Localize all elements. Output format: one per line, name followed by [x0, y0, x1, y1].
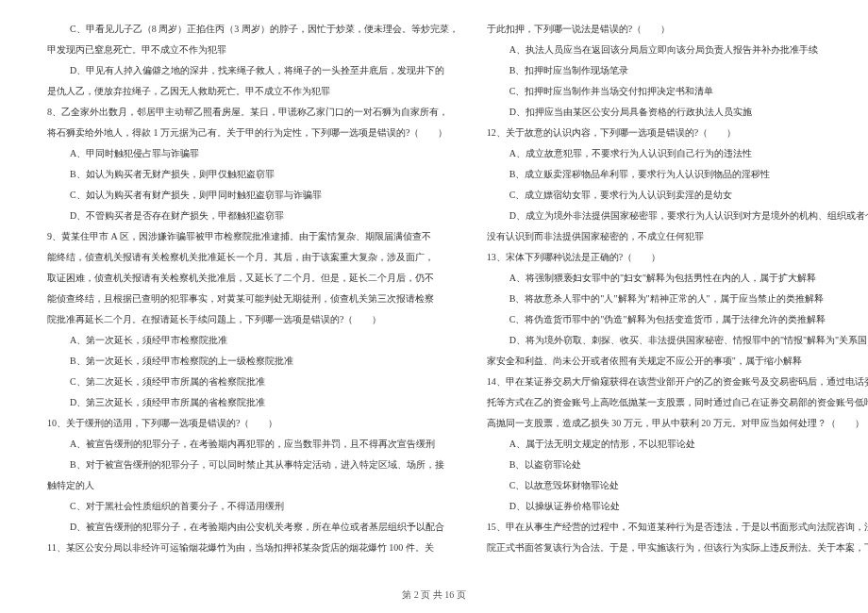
- text-line: A、执法人员应当在返回该分局后立即向该分局负责人报告并补办批准手续: [487, 40, 868, 60]
- text-line: 没有认识到而非法提供国家秘密的，不成立任何犯罪: [487, 226, 868, 247]
- left-column: C、甲看见儿子乙（8 周岁）正掐住丙（3 周岁）的脖子，因忙于炒菜，便未理会。等…: [47, 19, 459, 585]
- text-line: C、以故意毁坏财物罪论处: [487, 475, 868, 496]
- text-line: D、第三次延长，须经甲市所属的省检察院批准: [47, 392, 459, 413]
- text-line: D、甲见有人掉入偏僻之地的深井，找来绳子救人，将绳子的一头拴至井底后，发现井下的: [47, 60, 459, 81]
- text-line: 将石狮卖给外地人，得款 1 万元据为己有。关于甲的行为定性，下列哪一选项是错误的…: [47, 123, 459, 143]
- text-line: B、扣押时应当制作现场笔录: [487, 60, 868, 81]
- text-line: B、对于被宣告缓刑的犯罪分子，可以同时禁止其从事特定活动，进入特定区域、场所，接: [47, 455, 459, 475]
- text-line: A、将强制猥亵妇女罪中的"妇女"解释为包括男性在内的人，属于扩大解释: [487, 268, 868, 289]
- text-line: B、第一次延长，须经甲市检察院的上一级检察院批准: [47, 351, 459, 372]
- text-line: C、甲看见儿子乙（8 周岁）正掐住丙（3 周岁）的脖子，因忙于炒菜，便未理会。等…: [47, 19, 459, 40]
- text-line: C、成立嫖宿幼女罪，要求行为人认识到卖淫的是幼女: [487, 185, 868, 206]
- text-line: A、第一次延长，须经甲市检察院批准: [47, 330, 459, 351]
- text-line: 13、宋体下列哪种说法是正确的?（ ）: [487, 247, 868, 268]
- text-line: D、扣押应当由某区公安分局具备资格的行政执法人员实施: [487, 102, 868, 123]
- text-line: B、如认为购买者无财产损失，则甲仅触犯盗窃罪: [47, 164, 459, 185]
- text-line: 能侦查终结，且根据已查明的犯罪事实，对黄某可能判处无期徒刑，侦查机关第三次报请检…: [47, 289, 459, 309]
- text-line: D、被宣告缓刑的犯罪分子，在考验期内由公安机关考察，所在单位或者基层组织予以配合: [47, 517, 459, 538]
- text-line: D、不管购买者是否存在财产损失，甲都触犯盗窃罪: [47, 206, 459, 226]
- text-line: A、属于法无明文规定的情形，不以犯罪论处: [487, 434, 868, 455]
- page-body: C、甲看见儿子乙（8 周岁）正掐住丙（3 周岁）的脖子，因忙于炒菜，便未理会。等…: [0, 0, 868, 613]
- text-line: 家安全和利益、尚未公开或者依照有关规定不应公开的事项"，属于缩小解释: [487, 351, 868, 372]
- text-line: 9、黄某住甲市 A 区，因涉嫌诈骗罪被甲市检察院批准逮捕。由于案情复杂、期限届满…: [47, 226, 459, 247]
- text-line: 能终结，侦查机关报请有关检察机关批准延长一个月。其后，由于该案重大复杂，涉及面广…: [47, 247, 459, 268]
- page-footer: 第 2 页 共 16 页: [0, 588, 868, 602]
- text-line: 8、乙全家外出数月，邻居甲主动帮乙照看房屋。某日，甲谎称乙家门口的一对石狮为自家…: [47, 102, 459, 123]
- text-line: B、以盗窃罪论处: [487, 455, 868, 475]
- text-line: 14、甲在某证券交易大厅偷窥获得在该营业部开户的乙的资金账号及交易密码后，通过电…: [487, 372, 868, 392]
- text-line: 院正式书面答复该行为合法。于是，甲实施该行为，但该行为实际上违反刑法。关于本案，…: [487, 538, 868, 558]
- text-line: 12、关于故意的认识内容，下列哪一选项是错误的?（ ）: [487, 123, 868, 143]
- text-line: 15、甲在从事生产经营的过程中，不知道某种行为是否违法，于是以书面形式向法院咨询…: [487, 517, 868, 538]
- text-line: 是仇人乙，便放弃拉绳子，乙因无人救助死亡。甲不成立不作为犯罪: [47, 81, 459, 102]
- text-line: D、以操纵证券价格罪论处: [487, 496, 868, 517]
- text-line: A、成立故意犯罪，不要求行为人认识到自己行为的违法性: [487, 143, 868, 164]
- text-line: C、对于黑社会性质组织的首要分子，不得适用缓刑: [47, 496, 459, 517]
- text-line: 11、某区公安分局以非经许可运输烟花爆竹为由，当场扣押祁某杂货店的烟花爆竹 10…: [47, 538, 459, 558]
- text-line: D、成立为境外非法提供国家秘密罪，要求行为人认识到对方是境外的机构、组织或者个人…: [487, 206, 868, 226]
- text-line: C、将伪造货币罪中的"伪造"解释为包括变造货币，属于法律允许的类推解释: [487, 309, 868, 330]
- text-line: 高抛同一支股票，造成乙损失 30 万元，甲从中获利 20 万元。对甲应当如何处理…: [487, 413, 868, 434]
- text-line: C、第二次延长，须经甲市所属的省检察院批准: [47, 372, 459, 392]
- text-line: C、如认为购买者有财产损失，则甲同时触犯盗窃罪与诈骗罪: [47, 185, 459, 206]
- text-line: B、成立贩卖淫秽物品牟利罪，要求行为人认识到物品的淫秽性: [487, 164, 868, 185]
- text-line: C、扣押时应当制作并当场交付扣押决定书和清单: [487, 81, 868, 102]
- text-line: 触特定的人: [47, 475, 459, 496]
- text-line: 于此扣押，下列哪一说法是错误的?（ ）: [487, 19, 868, 40]
- text-line: B、将故意杀人罪中的"人"解释为"精神正常的人"，属于应当禁止的类推解释: [487, 289, 868, 309]
- text-line: 10、关于缓刑的适用，下列哪一选项是错误的?（ ）: [47, 413, 459, 434]
- text-line: 取证困难，侦查机关报请有关检察机关批准后，又延长了二个月。但是，延长二个月后，仍…: [47, 268, 459, 289]
- text-line: A、甲同时触犯侵占罪与诈骗罪: [47, 143, 459, 164]
- text-line: 托等方式在乙的资金账号上高吃低抛某一支股票，同时通过自己在证券交易部的资金账号低…: [487, 392, 868, 413]
- text-line: A、被宣告缓刑的犯罪分子，在考验期内再犯罪的，应当数罪并罚，且不得再次宣告缓刑: [47, 434, 459, 455]
- text-line: 院批准再延长二个月。在报请延长手续问题上，下列哪一选项是错误的?（ ）: [47, 309, 459, 330]
- right-column: 于此扣押，下列哪一说法是错误的?（ ）A、执法人员应当在返回该分局后立即向该分局…: [487, 19, 868, 585]
- text-line: 甲发现丙已窒息死亡。甲不成立不作为犯罪: [47, 40, 459, 60]
- text-line: D、将为境外窃取、刺探、收买、非法提供国家秘密、情报罪中的"情报"解释为"关系国: [487, 330, 868, 351]
